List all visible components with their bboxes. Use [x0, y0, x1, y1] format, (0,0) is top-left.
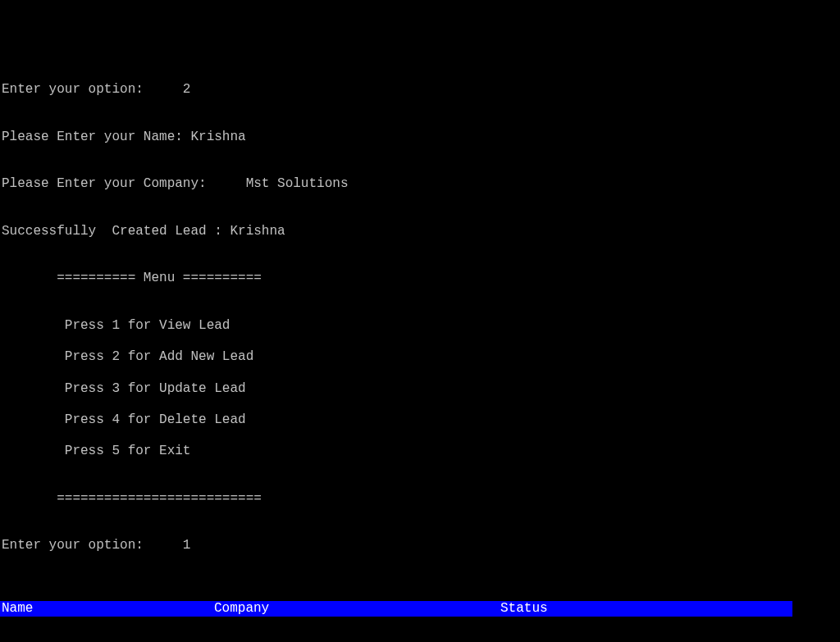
menu-item-exit: Press 5 for Exit	[2, 444, 840, 459]
menu-item-delete: Press 4 for Delete Lead	[2, 412, 840, 428]
option-prompt-2: Enter your option: 1	[2, 538, 840, 553]
menu-item-update: Press 3 for Update Lead	[2, 381, 840, 397]
terminal-output: Enter your option: 2 Please Enter your N…	[0, 63, 840, 570]
menu-header: ========== Menu ==========	[2, 271, 840, 286]
option-prompt-1: Enter your option: 2	[2, 82, 840, 98]
header-status: Status	[500, 601, 792, 617]
header-company: Company	[214, 601, 500, 617]
menu-item-view: Press 1 for View Lead	[2, 318, 840, 334]
header-name: Name	[0, 601, 214, 617]
menu-footer: ==========================	[2, 491, 840, 507]
menu-item-add: Press 2 for Add New Lead	[2, 349, 840, 365]
success-message: Successfully Created Lead : Krishna	[2, 224, 840, 239]
name-prompt: Please Enter your Name: Krishna	[2, 130, 840, 145]
table-header: Name Company Status	[0, 601, 792, 617]
company-prompt: Please Enter your Company: Mst Solutions	[2, 176, 840, 192]
